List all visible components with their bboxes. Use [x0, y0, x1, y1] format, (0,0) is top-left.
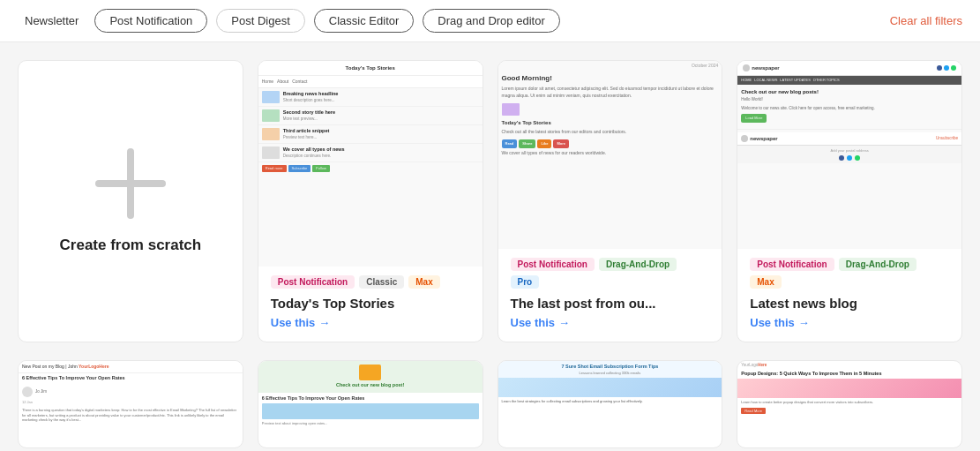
tag-pro: Pro: [511, 275, 540, 289]
ts-desc-1: Short description goes here...: [283, 98, 479, 103]
top-stories-name: Today's Top Stories: [271, 296, 470, 311]
blog-post-card: New Post on my Blog | John YourLogoHere …: [18, 360, 243, 448]
np-unsubscribe: Unsubscribe: [936, 136, 958, 141]
top-stories-card: Today's Top Stories Home About Contact B…: [258, 60, 483, 342]
filter-newsletter[interactable]: Newsletter: [18, 10, 86, 32]
blog-sim: New Post on my Blog | John YourLogoHere …: [19, 361, 243, 425]
create-from-scratch-card[interactable]: Create from scratch: [18, 60, 243, 342]
ts-nav-home: Home: [262, 79, 273, 85]
blog-meta: 12 Jan: [19, 400, 243, 407]
ts-text-1: Breaking news headline Short description…: [283, 91, 479, 103]
gm-greeting: Good Morning!: [498, 71, 722, 86]
blog-author: Jo Jim: [35, 389, 47, 395]
pd-body: Learn how to create better popup designs…: [737, 398, 961, 407]
top-stories-info: Post Notification Classic Max Today's To…: [258, 267, 483, 342]
top-stories-preview: Today's Top Stories Home About Contact B…: [258, 61, 483, 267]
gm-cta: Read Share Like More: [498, 138, 722, 150]
gm-btn-3: Like: [537, 139, 551, 148]
ts-item-2: Second story title here More text previe…: [258, 107, 483, 125]
pd-img: [737, 379, 961, 398]
clear-filters-button[interactable]: Clear all filters: [890, 14, 962, 27]
cop-article-img: [262, 403, 479, 419]
blog-body: There is a burning question that today's…: [19, 406, 243, 425]
gm-date: October 2024: [498, 61, 722, 71]
pd-logo-here: Here: [758, 363, 767, 367]
filter-post-digest[interactable]: Post Digest: [216, 9, 304, 33]
cop-header-img: [359, 365, 381, 380]
pd-btn: Read More: [741, 408, 766, 415]
pd-title: Popup Designs: 5 Quick Ways To Improve T…: [737, 370, 961, 379]
np-nav: HOME LOCAL NEWS LATEST UPDATES OTHER TOP…: [737, 76, 961, 85]
filter-post-notification[interactable]: Post Notification: [94, 9, 207, 33]
ts-text-2: Second story title here More text previe…: [283, 109, 479, 122]
use-this-top-stories[interactable]: Use this: [271, 316, 331, 329]
use-this-last-post[interactable]: Use this: [511, 316, 571, 329]
np-whatsapp: [951, 65, 956, 71]
np-footer-social: [741, 155, 958, 161]
np-nav-home: HOME: [741, 78, 752, 83]
np-logo: newspaper: [743, 64, 779, 71]
sub-sim: 7 Sure Shot Email Subscription Form Tips…: [498, 361, 722, 406]
ts-title-2: Second story title here: [283, 109, 479, 117]
blog-article-title: 6 Effective Tips To Improve Your Open Ra…: [19, 373, 243, 384]
filter-classic-editor[interactable]: Classic Editor: [314, 9, 414, 33]
ts-img-2: [262, 109, 280, 122]
last-post-name: The last post from ou...: [511, 296, 710, 311]
last-post-tags: Post Notification Drag-And-Drop Pro: [511, 258, 710, 289]
ts-cta-row: Read more Subscribe Follow: [258, 162, 483, 175]
np-nav-other: OTHER TOPICS: [813, 78, 840, 83]
np-logo-icon: [743, 64, 750, 71]
np-footer-logo-icon: [741, 135, 748, 142]
latest-news-card: newspaper HOME LOCAL NEWS LATEST UPDATES…: [737, 60, 962, 342]
tag-drag-drop-2: Drag-And-Drop: [839, 258, 916, 271]
sub-body: Learn the best strategies for collecting…: [498, 397, 722, 406]
top-stories-tags: Post Notification Classic Max: [271, 275, 470, 289]
template-grid: Create from scratch Today's Top Stories …: [0, 42, 980, 360]
cop-header: Check out our new blog post!: [258, 361, 483, 393]
filter-bar: Newsletter Post Notification Post Digest…: [0, 0, 980, 42]
gm-section: Today's Top Stories: [498, 117, 722, 128]
np-btn: Load More: [741, 114, 767, 123]
ts-item-3: Third article snippet Preview text here.…: [258, 125, 483, 144]
latest-news-preview: newspaper HOME LOCAL NEWS LATEST UPDATES…: [737, 61, 961, 249]
gm-stories: Check out all the latest stories from ou…: [498, 129, 722, 139]
np-sub-body: Welcome to our news site. Click here for…: [741, 106, 958, 111]
blog-header: New Post on my Blog | John YourLogoHere: [19, 361, 243, 373]
popup-design-card: YourLogoHere Popup Designs: 5 Quick Ways…: [737, 360, 962, 448]
ts-item-4: We cover all types of news Description c…: [258, 144, 483, 162]
gm-btn-1: Read: [502, 139, 518, 148]
sub-img: [498, 378, 722, 397]
latest-news-info: Post Notification Drag-And-Drop Max Late…: [737, 249, 961, 342]
last-post-preview: October 2024 Good Morning! Lorem ipsum d…: [498, 61, 722, 249]
gm-footer: We cover all types of news for our reade…: [498, 150, 722, 160]
ts-desc-3: Preview text here...: [283, 135, 479, 140]
cop-title: Check out our new blog post!: [262, 382, 479, 389]
tag-post-notification-3: Post Notification: [750, 258, 834, 271]
last-post-info: Post Notification Drag-And-Drop Pro The …: [498, 249, 722, 342]
filter-drag-drop[interactable]: Drag and Drop editor: [423, 9, 559, 33]
ts-item-1: Breaking news headline Short description…: [258, 88, 483, 107]
ts-img-3: [262, 128, 280, 140]
np-facebook: [937, 65, 942, 71]
use-this-latest-news[interactable]: Use this: [750, 316, 810, 329]
ts-nav-about: About: [277, 79, 288, 85]
last-post-card: October 2024 Good Morning! Lorem ipsum d…: [497, 60, 723, 342]
gm-btn-4: More: [553, 139, 569, 148]
blog-avatar: Jo Jim: [19, 384, 243, 400]
sub-title: 7 Sure Shot Email Subscription Form Tips: [502, 364, 719, 371]
gm-body: Lorem ipsum dolor sit amet, consectetur …: [498, 86, 722, 101]
ts-btn-2: Subscribe: [288, 165, 311, 172]
latest-news-tags: Post Notification Drag-And-Drop Max: [750, 258, 949, 289]
ts-nav-contact: Contact: [292, 79, 307, 85]
np-sub-hello: Hello World!: [741, 97, 958, 102]
pd-header: YourLogoHere: [737, 361, 961, 370]
np-headline: Check out our new blog posts!: [741, 88, 958, 95]
np-divider: [737, 129, 961, 130]
bottom-row: New Post on my Blog | John YourLogoHere …: [0, 360, 980, 451]
np-footer-tw: [847, 155, 852, 161]
tag-post-notification-2: Post Notification: [511, 258, 595, 271]
plus-icon: [95, 148, 166, 219]
subscription-card: 7 Sure Shot Email Subscription Form Tips…: [497, 360, 723, 448]
ts-btn-1: Read more: [262, 165, 287, 172]
cop-body: 6 Effective Tips To Improve Your Open Ra…: [258, 393, 483, 429]
